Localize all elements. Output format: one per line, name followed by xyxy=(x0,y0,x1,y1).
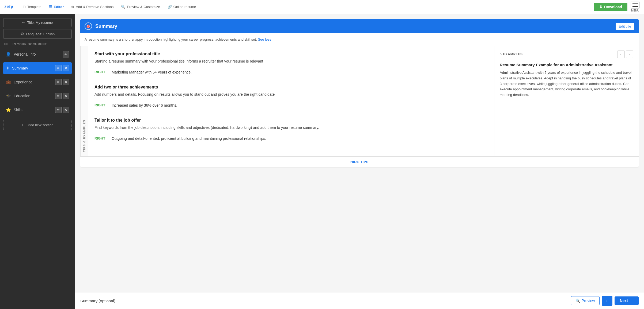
education-actions: ✏ ✕ xyxy=(55,93,69,99)
tips-content: Start with your professional title Start… xyxy=(88,46,494,156)
tip-1-badge: RIGHT xyxy=(94,69,107,74)
personal-info-actions: ✏ xyxy=(63,51,69,57)
nav-items: ⊞ Template ☰ Editor ⊕ Add & Remove Secti… xyxy=(20,3,594,10)
tip-1-title: Start with your professional title xyxy=(94,52,488,56)
preview-label: Preview xyxy=(582,299,595,303)
personal-info-label: Personal Info xyxy=(14,52,63,56)
example-text: Administrative Assistant with 5 years of… xyxy=(500,70,633,98)
nav-online-label: Online resume xyxy=(173,5,196,9)
next-button[interactable]: Next → xyxy=(615,296,639,305)
content-area: 🎯 Summary Edit title A resume summary is… xyxy=(75,14,644,292)
tip-2-desc: Add numbers and details. Focusing on res… xyxy=(94,92,488,97)
education-close-btn[interactable]: ✕ xyxy=(63,93,69,99)
skills-edit-btn[interactable]: ✏ xyxy=(55,107,62,113)
bottom-section-label: Summary (optional) xyxy=(80,299,115,303)
section-header: 🎯 Summary Edit title xyxy=(80,19,639,33)
tips-examples-container: TIPS & EXAMPLES Start with your professi… xyxy=(80,46,639,156)
bottom-actions: 🔍 Preview ← Next → xyxy=(571,296,639,306)
examples-header: 5 EXAMPLES ‹ › xyxy=(500,51,633,58)
education-icon: 🎓 xyxy=(6,94,11,98)
experience-actions: ✏ ✕ xyxy=(55,79,69,85)
hide-tips-button[interactable]: HIDE TIPS xyxy=(80,156,639,167)
summary-panel: 🎯 Summary Edit title A resume summary is… xyxy=(80,19,639,167)
app-layout: ✏ Title: My resume ⚙ Language: English F… xyxy=(0,14,644,309)
section-title: Summary xyxy=(95,24,612,29)
nav-online-resume[interactable]: 🔗 Online resume xyxy=(164,3,199,10)
editor-icon: ☰ xyxy=(49,5,52,9)
menu-button[interactable]: MENU xyxy=(631,2,640,12)
education-label: Education xyxy=(14,94,55,98)
next-arrow-icon: → xyxy=(630,299,633,303)
personal-info-edit-btn[interactable]: ✏ xyxy=(63,51,69,57)
navbar-right: ⬇ Download MENU xyxy=(594,2,640,12)
summary-actions: ✏ ✕ xyxy=(55,65,69,71)
globe-icon: ⚙ xyxy=(20,32,24,36)
skills-icon: ⭐ xyxy=(6,107,11,112)
person-icon: 👤 xyxy=(6,52,11,57)
next-label: Next xyxy=(620,299,628,303)
title-button[interactable]: ✏ Title: My resume xyxy=(3,18,72,27)
bottom-bar: Summary (optional) 🔍 Preview ← Next → xyxy=(75,292,644,309)
add-remove-icon: ⊕ xyxy=(71,5,74,9)
experience-edit-btn[interactable]: ✏ xyxy=(55,79,62,85)
nav-template[interactable]: ⊞ Template xyxy=(20,3,45,10)
nav-editor-label: Editor xyxy=(54,5,64,9)
tip-2: Add two or three achievements Add number… xyxy=(94,85,488,110)
summary-edit-btn[interactable]: ✏ xyxy=(55,65,62,71)
menu-label: MENU xyxy=(631,9,640,12)
sidebar-item-experience[interactable]: 💼 Experience ✏ ✕ xyxy=(3,76,72,88)
add-section-button[interactable]: + + Add new section xyxy=(3,120,72,130)
section-description: A resume summary is a short, snappy intr… xyxy=(80,33,639,46)
language-button[interactable]: ⚙ Language: English xyxy=(3,29,72,39)
see-less-link[interactable]: See less xyxy=(258,37,271,41)
back-arrow-icon: ← xyxy=(605,298,609,304)
sidebar-item-skills[interactable]: ⭐ Skills ✏ ✕ xyxy=(3,104,72,116)
education-edit-btn[interactable]: ✏ xyxy=(55,93,62,99)
experience-label: Experience xyxy=(14,80,55,84)
nav-preview-customize[interactable]: 🔍 Preview & Customize xyxy=(118,3,163,10)
experience-icon: 💼 xyxy=(6,80,11,84)
section-target-icon: 🎯 xyxy=(85,22,92,30)
summary-close-btn[interactable]: ✕ xyxy=(63,65,69,71)
tip-2-badge: RIGHT xyxy=(94,103,107,107)
experience-close-btn[interactable]: ✕ xyxy=(63,79,69,85)
skills-close-btn[interactable]: ✕ xyxy=(63,107,69,113)
navbar: zety ⊞ Template ☰ Editor ⊕ Add & Remove … xyxy=(0,0,644,14)
tip-3-example-text: Outgoing and detail-oriented, proficient… xyxy=(112,136,266,141)
skills-actions: ✏ ✕ xyxy=(55,107,69,113)
search-icon: 🔍 xyxy=(575,299,580,303)
examples-prev-btn[interactable]: ‹ xyxy=(617,51,625,58)
nav-editor[interactable]: ☰ Editor xyxy=(46,3,67,10)
tips-vertical-label: TIPS & EXAMPLES xyxy=(80,46,88,156)
nav-add-remove-label: Add & Remove Sections xyxy=(76,5,113,9)
nav-add-remove[interactable]: ⊕ Add & Remove Sections xyxy=(68,3,117,10)
example-title: Resume Summary Example for an Administra… xyxy=(500,62,633,68)
main-content: 🎯 Summary Edit title A resume summary is… xyxy=(75,14,644,309)
download-label: Download xyxy=(604,5,622,9)
summary-label: Summary xyxy=(12,66,55,70)
tip-3-example: RIGHT Outgoing and detail-oriented, prof… xyxy=(94,134,488,144)
nav-preview-label: Preview & Customize xyxy=(127,5,160,9)
examples-navigation: ‹ › xyxy=(617,51,633,58)
tip-3: Tailor it to the job offer Find keywords… xyxy=(94,118,488,144)
hamburger-icon[interactable] xyxy=(631,2,640,9)
title-label: Title: My resume xyxy=(27,21,53,25)
language-label: Language: English xyxy=(26,32,55,36)
download-icon: ⬇ xyxy=(599,5,603,9)
tip-1-example-text: Marketing Manager with 5+ years of exper… xyxy=(112,69,192,75)
tip-3-badge: RIGHT xyxy=(94,136,107,140)
skills-label: Skills xyxy=(14,108,55,112)
edit-title-button[interactable]: Edit title xyxy=(616,23,634,30)
back-button[interactable]: ← xyxy=(602,296,612,306)
tip-1-example: RIGHT Marketing Manager with 5+ years of… xyxy=(94,67,488,77)
tip-3-desc: Find keywords from the job description, … xyxy=(94,125,488,130)
tip-1: Start with your professional title Start… xyxy=(94,52,488,77)
examples-next-btn[interactable]: › xyxy=(626,51,633,58)
download-button[interactable]: ⬇ Download xyxy=(594,3,627,11)
sidebar-item-summary[interactable]: ☀ Summary ✏ ✕ xyxy=(3,62,72,74)
sidebar-item-personal-info[interactable]: 👤 Personal Info ✏ xyxy=(3,48,72,60)
pencil-icon: ✏ xyxy=(22,21,25,25)
sidebar-item-education[interactable]: 🎓 Education ✏ ✕ xyxy=(3,90,72,102)
preview-button[interactable]: 🔍 Preview xyxy=(571,296,600,305)
sidebar: ✏ Title: My resume ⚙ Language: English F… xyxy=(0,14,75,309)
